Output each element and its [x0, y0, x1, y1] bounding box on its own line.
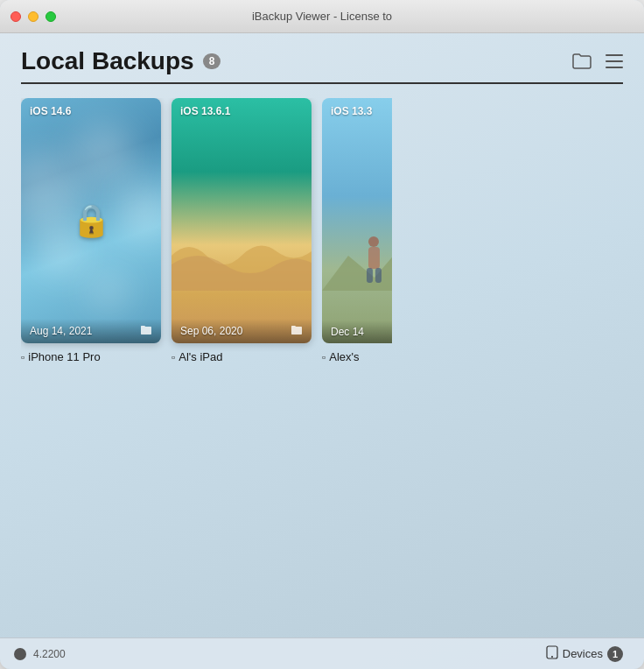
card-image-1: iOS 14.6 🔒 Aug 14, 2021 — [21, 98, 161, 343]
backup-card-3[interactable]: iOS 13.3 Dec 14 ▫ Alex's — [322, 98, 392, 363]
window-title: iBackup Viewer - License to — [252, 10, 392, 23]
card-date-2: Sep 06, 2020 — [180, 325, 242, 337]
status-dot — [14, 648, 26, 660]
version-text: 4.2200 — [33, 648, 66, 660]
card-footer-2: Sep 06, 2020 — [172, 319, 312, 343]
card-footer-3: Dec 14 — [322, 320, 392, 343]
device-name-1: iPhone 11 Pro — [28, 350, 100, 363]
main-content: iOS 14.6 🔒 Aug 14, 2021 ▫ iPhone 11 Pro — [0, 84, 644, 637]
svg-point-3 — [368, 236, 379, 247]
backup-count-badge: 8 — [203, 53, 221, 69]
ios-version-1: iOS 14.6 — [30, 105, 71, 117]
backup-card-2[interactable]: iOS 13.6.1 Sep 06, 2020 ▫ Al's iPad — [172, 98, 312, 363]
app-window: iBackup Viewer - License to Local Backup… — [0, 0, 644, 669]
card-footer-1: Aug 14, 2021 — [21, 319, 161, 343]
svg-point-8 — [551, 656, 553, 658]
device-name-3: Alex's — [329, 350, 359, 363]
card-date-3: Dec 14 — [331, 326, 364, 338]
device-icon-2: ▫ — [172, 351, 175, 363]
close-button[interactable] — [10, 11, 21, 22]
device-name-2: Al's iPad — [178, 350, 222, 363]
svg-rect-5 — [367, 268, 373, 283]
page-title: Local Backups — [21, 47, 194, 75]
devices-count-badge: 1 — [607, 646, 623, 662]
svg-rect-0 — [606, 54, 623, 56]
card-folder-icon-2 — [290, 324, 303, 338]
card-image-2: iOS 13.6.1 Sep 06, 2020 — [172, 98, 312, 343]
traffic-lights — [10, 11, 56, 22]
bokeh-4 — [117, 186, 161, 238]
card-label-2: ▫ Al's iPad — [172, 350, 312, 363]
device-icon-3: ▫ — [322, 351, 326, 363]
status-left: 4.2200 — [14, 648, 66, 660]
bokeh-5 — [91, 273, 126, 308]
backup-card-1[interactable]: iOS 14.6 🔒 Aug 14, 2021 ▫ iPhone 11 Pro — [21, 98, 161, 363]
card-image-3: iOS 13.3 Dec 14 — [322, 98, 392, 343]
minimize-button[interactable] — [28, 11, 38, 22]
card-folder-icon-1 — [140, 324, 152, 338]
status-bar: 4.2200 Devices 1 — [0, 637, 644, 669]
svg-rect-4 — [368, 247, 380, 269]
header-left: Local Backups 8 — [21, 47, 220, 75]
card-label-1: ▫ iPhone 11 Pro — [21, 350, 161, 363]
header-actions — [572, 53, 623, 69]
wave-svg — [172, 221, 312, 291]
devices-label: Devices — [563, 647, 603, 660]
header: Local Backups 8 — [0, 33, 644, 75]
svg-rect-6 — [375, 268, 382, 283]
title-bar: iBackup Viewer - License to — [0, 0, 644, 33]
svg-rect-1 — [606, 60, 623, 62]
bokeh-2 — [74, 124, 135, 186]
devices-button[interactable]: Devices 1 — [539, 642, 630, 665]
ios-version-2: iOS 13.6.1 — [180, 105, 230, 117]
svg-rect-2 — [606, 67, 623, 68]
backups-grid: iOS 14.6 🔒 Aug 14, 2021 ▫ iPhone 11 Pro — [21, 98, 623, 363]
devices-icon — [546, 645, 558, 662]
person-figure — [363, 235, 385, 286]
device-icon-1: ▫ — [21, 351, 24, 363]
card-date-1: Aug 14, 2021 — [30, 325, 92, 337]
status-right: Devices 1 — [539, 642, 630, 665]
maximize-button[interactable] — [46, 11, 56, 22]
card-background-2 — [172, 98, 312, 343]
open-folder-button[interactable] — [572, 53, 592, 69]
lock-icon-1: 🔒 — [72, 202, 111, 239]
card-background-3 — [322, 98, 392, 343]
card-label-3: ▫ Alex's — [322, 350, 392, 363]
ios-version-3: iOS 13.3 — [331, 105, 372, 117]
menu-button[interactable] — [606, 54, 623, 68]
